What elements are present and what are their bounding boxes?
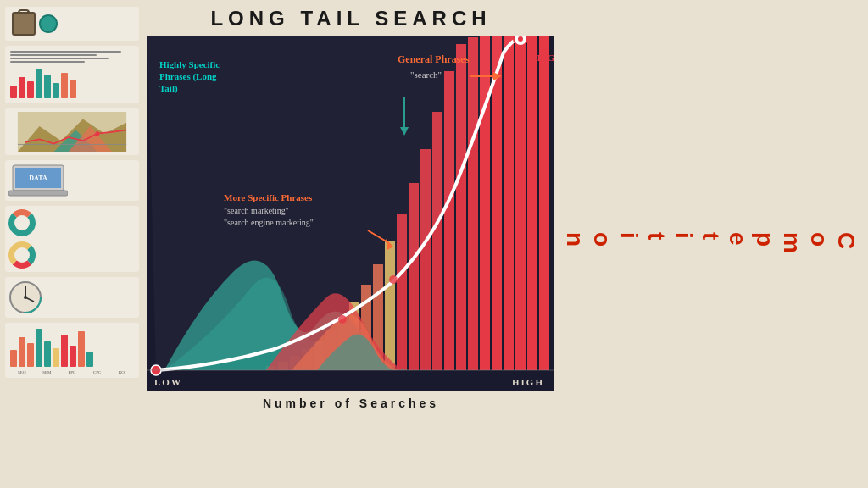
svg-text:HIGH: HIGH <box>533 53 554 63</box>
svg-point-41 <box>518 36 523 42</box>
svg-text:"search": "search" <box>410 69 442 80</box>
page-title: LONG TAIL SEARCH <box>210 7 491 30</box>
svg-rect-8 <box>8 191 68 196</box>
left-item-landscape <box>5 108 139 155</box>
left-item-donuts <box>5 206 139 272</box>
left-item-laptop: DATA <box>5 160 139 201</box>
svg-text:General Phrases: General Phrases <box>398 53 470 65</box>
svg-text:LOW: LOW <box>154 377 182 387</box>
svg-point-44 <box>389 275 398 284</box>
svg-text:More Specific  Phrases: More Specific Phrases <box>224 192 313 202</box>
laptop-svg: DATA <box>8 164 68 197</box>
main-container: DATA <box>0 0 868 488</box>
svg-rect-39 <box>539 36 549 370</box>
x-axis-label: Number of Searches <box>263 396 439 410</box>
svg-text:Tail): Tail) <box>159 83 178 94</box>
svg-text:DATA: DATA <box>29 175 47 182</box>
svg-rect-36 <box>504 36 514 370</box>
svg-text:HIGH: HIGH <box>512 377 544 387</box>
left-item-bars-bottom: SEO SEM PPC CPC ROI <box>5 323 139 378</box>
svg-rect-37 <box>515 36 526 370</box>
svg-text:Phrases (Long: Phrases (Long <box>159 71 217 82</box>
left-item-clock <box>5 277 139 318</box>
svg-text:Highly Specific: Highly Specific <box>159 59 220 69</box>
chart-svg-overlay: HIGH LOW HIGH Highly Specific Phrases (L… <box>147 36 554 391</box>
left-item-bag <box>5 7 139 41</box>
svg-point-43 <box>338 315 347 324</box>
center-main: LONG TAIL SEARCH <box>144 0 558 488</box>
left-mini-bars-1 <box>8 66 136 100</box>
svg-point-5 <box>95 131 99 136</box>
clock-svg <box>8 280 42 314</box>
left-sidebar: DATA <box>0 0 144 488</box>
landscape-svg <box>8 112 136 152</box>
competition-text: Competition <box>561 232 860 257</box>
competition-label: Competition <box>558 0 863 488</box>
svg-text:"search marketing": "search marketing" <box>224 206 289 215</box>
right-sidebar: 43% 37% 43% 37% 20% <box>863 0 868 488</box>
svg-text:"search engine marketing": "search engine marketing" <box>224 218 314 227</box>
svg-rect-38 <box>527 36 537 370</box>
donut-1 <box>8 209 36 236</box>
donut-2 <box>8 241 36 269</box>
left-mini-bars-2 <box>8 326 136 369</box>
main-chart: HIGH LOW HIGH Highly Specific Phrases (L… <box>147 36 554 391</box>
left-item-text-lines <box>5 46 139 103</box>
